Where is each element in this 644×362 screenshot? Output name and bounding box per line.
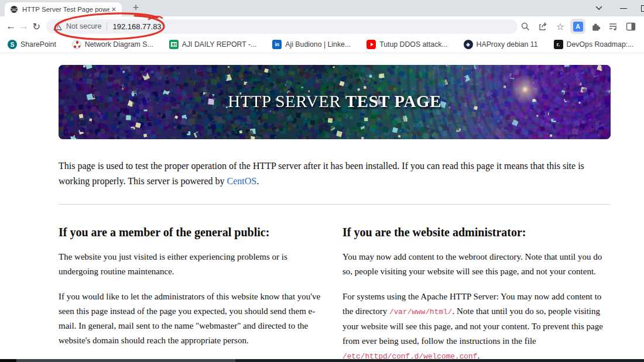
browser-tab[interactable]: HTTP Server Test Page powered ✕: [5, 2, 122, 16]
test-page-banner: HTTP SERVER TEST PAGE: [59, 65, 611, 139]
tab-title: HTTP Server Test Page powered: [22, 6, 109, 13]
centos-link[interactable]: CentOS: [227, 176, 257, 186]
intro-paragraph: This page is used to test the proper ope…: [59, 158, 611, 188]
omnibox-divider: [107, 22, 107, 30]
globe-favicon: [10, 5, 18, 13]
public-column: If you are a member of the general publi…: [59, 205, 327, 360]
network-diagram-icon: [72, 40, 81, 49]
reload-button[interactable]: ↻: [30, 19, 43, 34]
not-secure-warning-icon[interactable]: [53, 23, 62, 30]
not-secure-label: Not secure: [66, 22, 101, 30]
extensions-puzzle-icon[interactable]: [588, 19, 603, 34]
media-playlist-icon[interactable]: [605, 19, 621, 34]
minimize-button[interactable]: —: [620, 4, 626, 12]
tab-close-icon[interactable]: ✕: [109, 6, 118, 13]
bookmark-star-icon[interactable]: ☆: [553, 19, 568, 34]
bookmark-sharepoint[interactable]: S SharePoint: [8, 40, 56, 49]
youtube-icon: [366, 40, 376, 49]
path-code: /var/www/html/: [389, 308, 453, 316]
back-button[interactable]: ←: [5, 19, 18, 34]
admin-paragraph-1: You may now add content to the webroot d…: [342, 250, 611, 279]
bookmark-daily-report[interactable]: AJI DAILY REPORT -...: [169, 40, 257, 49]
public-heading: If you are a member of the general publi…: [59, 226, 327, 239]
linkedin-icon: in: [272, 40, 282, 49]
bookmarks-bar: S SharePoint Network Diagram S... AJI DA…: [0, 36, 644, 53]
bookmark-devops-roadmap[interactable]: r. DevOps Roadmap:...: [554, 40, 634, 49]
address-bar[interactable]: Not secure 192.168.77.83: [46, 19, 518, 34]
url-text: 192.168.77.83: [112, 22, 161, 31]
translate-icon[interactable]: A: [570, 19, 585, 34]
taskbar-sliver: [0, 359, 644, 362]
side-panel-icon[interactable]: [623, 19, 638, 34]
admin-heading: If you are the website administrator:: [342, 226, 611, 239]
banner-title: HTTP SERVER TEST PAGE: [59, 92, 611, 111]
admin-paragraph-2: For systems using the Apache HTTP Server…: [342, 289, 611, 360]
bookmark-haproxy[interactable]: HAProxy debian 11: [464, 40, 538, 49]
browser-toolbar: ← → ↻ Not secure 192.168.77.83 ☆ A: [0, 16, 644, 36]
google-sheets-icon: [169, 40, 179, 49]
bookmark-network-diagram[interactable]: Network Diagram S...: [72, 40, 153, 49]
public-paragraph-2: If you would like to let the administrat…: [59, 289, 327, 348]
search-icon[interactable]: [518, 19, 533, 34]
roadmap-icon: r.: [554, 40, 563, 49]
haproxy-icon: [464, 40, 473, 49]
share-icon[interactable]: [535, 19, 550, 34]
tab-search-chevron-icon[interactable]: [595, 6, 602, 11]
sharepoint-icon: S: [8, 40, 17, 49]
tab-strip: HTTP Server Test Page powered ✕ + —: [0, 0, 644, 16]
public-paragraph-1: The website you just visited is either e…: [59, 250, 327, 279]
bookmark-youtube[interactable]: Tutup DDOS attack...: [366, 40, 447, 49]
maximize-button[interactable]: [641, 5, 644, 12]
admin-column: If you are the website administrator: Yo…: [342, 205, 611, 360]
web-page-viewport: HTTP SERVER TEST PAGE This page is used …: [0, 53, 644, 360]
bookmark-linkedin[interactable]: in Aji Budiono | Linke...: [272, 40, 351, 49]
new-tab-button[interactable]: +: [129, 1, 143, 15]
forward-button[interactable]: →: [18, 19, 30, 34]
